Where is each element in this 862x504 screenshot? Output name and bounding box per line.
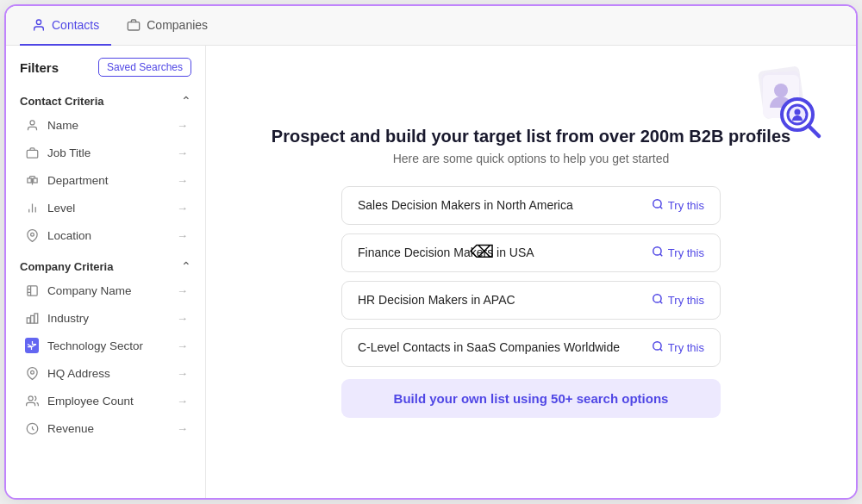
filter-level[interactable]: Level → [9, 194, 202, 221]
filter-technology-sector[interactable]: Technology Sector → [9, 332, 202, 359]
filter-revenue-label: Revenue [47, 422, 94, 435]
tab-companies[interactable]: Companies [115, 6, 220, 46]
option-card-1[interactable]: Sales Decision Makers in North America T… [341, 186, 721, 225]
build-list-button[interactable]: Build your own list using 50+ search opt… [341, 379, 721, 418]
main-headline: Prospect and build your target list from… [272, 127, 790, 146]
department-icon [25, 173, 39, 187]
illustration [747, 65, 825, 142]
option-4-label: C-Level Contacts in SaaS Companies World… [358, 340, 620, 354]
location-arrow: → [177, 229, 188, 242]
level-arrow: → [177, 202, 188, 215]
filter-location-label: Location [47, 229, 91, 242]
hq-address-arrow: → [177, 367, 188, 380]
main-subheadline: Here are some quick options to help you … [393, 152, 670, 165]
tab-bar: Contacts Companies [6, 6, 856, 46]
company-criteria-title: Company Criteria [20, 260, 113, 273]
job-title-icon [25, 146, 39, 159]
filter-technology-sector-label: Technology Sector [47, 339, 143, 352]
svg-point-18 [774, 84, 788, 97]
filter-revenue[interactable]: Revenue → [9, 414, 202, 442]
svg-point-2 [30, 120, 34, 124]
svg-point-12 [30, 370, 34, 374]
filter-employee-count-label: Employee Count [47, 395, 134, 408]
filter-company-name[interactable]: Company Name → [9, 277, 202, 304]
tab-contacts[interactable]: Contacts [20, 6, 111, 46]
svg-line-26 [660, 253, 663, 256]
svg-point-22 [795, 109, 801, 115]
svg-point-13 [28, 395, 33, 400]
svg-rect-9 [27, 317, 30, 322]
location-icon [25, 228, 39, 242]
contact-criteria-header: Contact Criteria ⌃ [6, 87, 205, 111]
filters-header: Filters Saved Searches [6, 46, 205, 84]
company-criteria-chevron: ⌃ [181, 259, 191, 273]
option-1-label: Sales Decision Makers in North America [358, 198, 573, 212]
option-card-3[interactable]: HR Decision Makers in APAC Try this [341, 281, 721, 320]
filter-job-title[interactable]: Job Title → [9, 139, 202, 166]
department-arrow: → [177, 174, 188, 187]
svg-rect-8 [27, 285, 36, 295]
svg-line-21 [809, 126, 819, 136]
svg-point-29 [653, 341, 661, 349]
filter-company-name-label: Company Name [47, 284, 132, 297]
options-list: Sales Decision Makers in North America T… [341, 186, 721, 367]
option-1-search-icon [652, 198, 664, 213]
svg-line-30 [660, 348, 663, 351]
svg-point-23 [653, 199, 661, 207]
svg-point-7 [30, 233, 34, 236]
contacts-icon [32, 18, 46, 32]
contact-criteria-chevron: ⌃ [181, 94, 191, 108]
option-4-try-label: Try this [668, 341, 704, 354]
tab-contacts-label: Contacts [52, 18, 99, 32]
option-4-search-icon [652, 340, 664, 355]
main-panel: Prospect and build your target list from… [206, 46, 856, 498]
name-icon [25, 118, 39, 132]
svg-rect-1 [128, 22, 140, 29]
svg-rect-3 [27, 150, 38, 158]
option-card-2[interactable]: Finance Decision Makers in USA Try this … [341, 233, 721, 272]
employee-count-arrow: → [177, 395, 188, 408]
company-name-icon [25, 283, 39, 297]
filter-job-title-label: Job Title [47, 146, 91, 159]
industry-arrow: → [177, 312, 188, 325]
option-3-try-label: Try this [668, 294, 704, 307]
option-3-label: HR Decision Makers in APAC [358, 293, 515, 307]
filter-department-label: Department [47, 174, 109, 187]
svg-rect-4 [27, 178, 30, 183]
filters-title: Filters [20, 60, 59, 75]
revenue-arrow: → [177, 422, 188, 435]
contact-criteria-title: Contact Criteria [20, 95, 104, 108]
filter-department[interactable]: Department → [9, 166, 202, 194]
filter-industry[interactable]: Industry → [9, 304, 202, 332]
filter-level-label: Level [47, 202, 75, 215]
revenue-icon [25, 421, 39, 435]
tab-companies-label: Companies [147, 18, 208, 32]
option-2-try-label: Try this [668, 246, 704, 259]
company-criteria-header: Company Criteria ⌃ [6, 252, 205, 277]
svg-line-24 [660, 206, 663, 208]
option-3-search-icon [652, 293, 664, 308]
filter-location[interactable]: Location → [9, 221, 202, 249]
option-1-try-label: Try this [668, 199, 704, 212]
svg-rect-5 [33, 178, 36, 183]
technology-sector-arrow: → [177, 339, 188, 352]
filter-hq-address[interactable]: HQ Address → [9, 359, 202, 387]
technology-sector-icon [25, 339, 39, 352]
option-1-action: Try this [652, 198, 704, 213]
svg-point-27 [653, 294, 661, 302]
filter-industry-label: Industry [47, 312, 89, 325]
level-icon [25, 201, 39, 215]
option-2-search-icon [652, 246, 664, 260]
job-title-arrow: → [177, 146, 188, 159]
option-card-4[interactable]: C-Level Contacts in SaaS Companies World… [341, 328, 721, 367]
companies-icon [127, 18, 141, 32]
hq-address-icon [25, 366, 39, 380]
filter-name[interactable]: Name → [9, 111, 202, 139]
svg-point-25 [653, 246, 661, 254]
filter-employee-count[interactable]: Employee Count → [9, 387, 202, 414]
company-name-arrow: → [177, 284, 188, 297]
saved-searches-button[interactable]: Saved Searches [98, 58, 191, 77]
option-2-action: Try this [652, 246, 704, 260]
option-4-action: Try this [652, 340, 704, 355]
filter-name-label: Name [47, 119, 78, 132]
